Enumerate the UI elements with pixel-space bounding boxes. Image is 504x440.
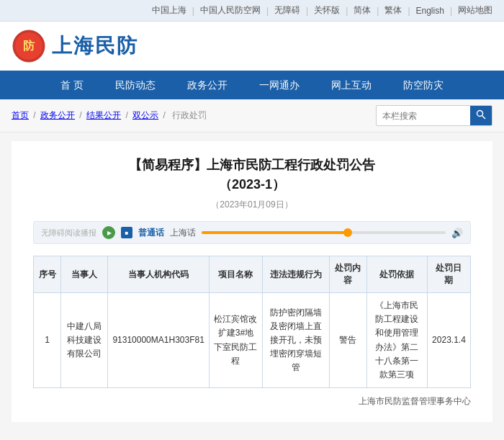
svg-line-4 [482, 116, 486, 120]
breadcrumb-gov[interactable]: 政务公开 [40, 110, 75, 120]
cell-violation: 防护密闭隔墙及密闭墙上直接开孔，未预埋密闭穿墙短管 [262, 293, 329, 388]
divider7: | [450, 6, 452, 16]
breadcrumb-home[interactable]: 首页 [12, 110, 29, 120]
logo-area: 防 上海民防 [12, 29, 138, 63]
cell-date: 2023.1.4 [427, 293, 470, 388]
divider6: | [408, 6, 410, 16]
nav-news[interactable]: 民防动态 [99, 72, 171, 99]
main-nav: 首 页 民防动态 政务公开 一网通办 网上互动 防空防灾 [0, 72, 504, 99]
nav-home[interactable]: 首 页 [45, 72, 99, 99]
cell-penalty-content: 警告 [330, 293, 367, 388]
breadcrumb-results[interactable]: 结果公开 [86, 110, 121, 120]
content-area: 【简易程序】上海市民防工程行政处罚公告 （2023-1） （2023年01月09… [12, 141, 492, 422]
topbar-link-china-shanghai[interactable]: 中国上海 [152, 4, 186, 17]
col-header-date: 处罚日期 [427, 256, 470, 293]
cell-basis: 《上海市民防工程建设和使用管理办法》第二十八条第一款第三项 [366, 293, 427, 388]
nav-onestop[interactable]: 一网通办 [243, 72, 315, 99]
divider5: | [377, 6, 379, 16]
audio-label: 无障碍阅读播报 [41, 228, 96, 238]
breadcrumb-current: 行政处罚 [172, 110, 207, 120]
footer-note: 上海市民防监督管理事务中心 [33, 395, 471, 408]
svg-text:防: 防 [23, 39, 35, 52]
divider3: | [306, 6, 308, 16]
col-header-project: 项目名称 [209, 256, 262, 293]
breadcrumb-double[interactable]: 双公示 [132, 110, 158, 120]
audio-progress-thumb[interactable] [343, 228, 352, 237]
audio-progress-bar[interactable] [202, 231, 446, 234]
topbar-link-simplified[interactable]: 简体 [354, 4, 371, 17]
table-header-row: 序号 当事人 当事人机构代码 项目名称 违法违规行为 处罚内容 处罚依据 处罚日… [34, 256, 471, 293]
sep2: / [79, 110, 84, 120]
data-table: 序号 当事人 当事人机构代码 项目名称 违法违规行为 处罚内容 处罚依据 处罚日… [33, 256, 471, 388]
top-bar: 中国上海 | 中国人民防空网 | 无障碍 | 关怀版 | 简体 | 繁体 | E… [0, 0, 504, 22]
audio-stop-button[interactable] [121, 227, 132, 238]
col-header-party: 当事人 [61, 256, 108, 293]
breadcrumb-bar: 首页 / 政务公开 / 结果公开 / 双公示 / 行政处罚 [0, 99, 504, 133]
col-header-violation: 违法违规行为 [262, 256, 329, 293]
audio-mode2[interactable]: 上海话 [170, 227, 196, 239]
logo-icon: 防 [12, 29, 46, 63]
table-row: 1 中建八局科技建设有限公司 91310000MA1H303F81 松江宾馆改扩… [34, 293, 471, 388]
breadcrumb: 首页 / 政务公开 / 结果公开 / 双公示 / 行政处罚 [12, 109, 209, 122]
topbar-link-accessible[interactable]: 无障碍 [274, 4, 300, 17]
col-header-penalty-content: 处罚内容 [330, 256, 367, 293]
cell-code: 91310000MA1H303F81 [108, 293, 209, 388]
divider2: | [266, 6, 269, 16]
cell-party: 中建八局科技建设有限公司 [61, 293, 108, 388]
col-header-code: 当事人机构代码 [108, 256, 209, 293]
audio-bar: 无障碍阅读播报 普通话 上海话 🔊 [33, 221, 471, 244]
search-icon [476, 109, 486, 120]
article-date: （2023年01月09日） [33, 199, 471, 211]
svg-point-3 [477, 111, 483, 117]
search-input[interactable] [377, 108, 470, 124]
volume-icon[interactable]: 🔊 [451, 228, 463, 238]
cell-project: 松江宾馆改扩建3#地下室民防工程 [209, 293, 262, 388]
divider4: | [346, 6, 348, 16]
sep1: / [33, 110, 38, 120]
topbar-link-airforce[interactable]: 中国人民防空网 [200, 4, 261, 17]
col-header-seq: 序号 [34, 256, 61, 293]
col-header-basis: 处罚依据 [366, 256, 427, 293]
search-box [376, 105, 492, 126]
header: 防 上海民防 [0, 22, 504, 72]
search-button[interactable] [470, 106, 492, 125]
cell-seq: 1 [34, 293, 61, 388]
sep4: / [163, 110, 168, 120]
article-title: 【简易程序】上海市民防工程行政处罚公告 （2023-1） [33, 156, 471, 194]
audio-play-button[interactable] [102, 226, 115, 239]
logo-text: 上海民防 [52, 32, 138, 60]
nav-defense[interactable]: 防空防灾 [387, 72, 459, 99]
topbar-link-english[interactable]: English [416, 6, 444, 16]
topbar-link-sitemap[interactable]: 网站地图 [458, 4, 492, 17]
topbar-link-care[interactable]: 关怀版 [314, 4, 340, 17]
sep3: / [125, 110, 130, 120]
audio-mode1[interactable]: 普通话 [138, 227, 164, 239]
nav-online[interactable]: 网上互动 [315, 72, 387, 99]
audio-progress-filled [202, 231, 348, 234]
nav-government[interactable]: 政务公开 [171, 72, 243, 99]
divider1: | [192, 6, 194, 16]
topbar-link-traditional[interactable]: 繁体 [384, 4, 402, 17]
